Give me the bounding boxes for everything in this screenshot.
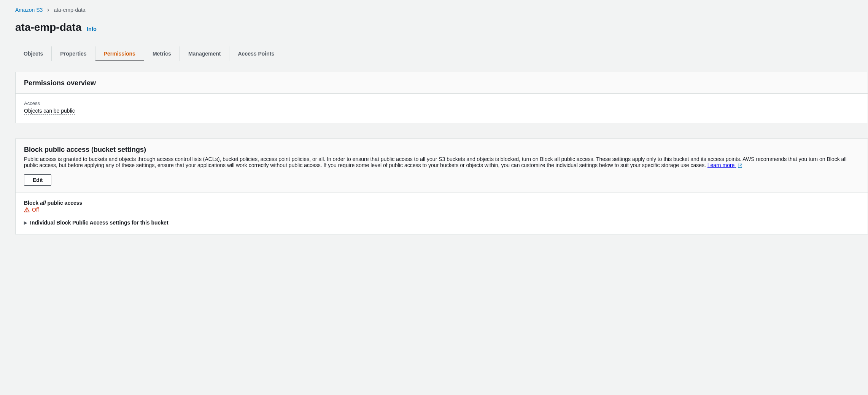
breadcrumb: Amazon S3 ata-emp-data bbox=[15, 7, 868, 13]
block-all-prefix: Block bbox=[24, 200, 40, 206]
tab-permissions[interactable]: Permissions bbox=[95, 46, 144, 61]
triangle-right-icon: ▶ bbox=[24, 220, 27, 225]
breadcrumb-current: ata-emp-data bbox=[54, 7, 85, 13]
block-all-em: all bbox=[40, 200, 46, 206]
tab-management[interactable]: Management bbox=[180, 46, 230, 61]
block-public-body: Block all public access Off ▶ Individual… bbox=[16, 193, 868, 234]
tab-objects[interactable]: Objects bbox=[15, 46, 52, 61]
individual-settings-label: Individual Block Public Access settings … bbox=[30, 220, 169, 226]
block-all-status: Off bbox=[24, 207, 859, 213]
tabs-bar: Objects Properties Permissions Metrics M… bbox=[15, 46, 868, 61]
permissions-overview-panel: Permissions overview Access Objects can … bbox=[15, 72, 868, 123]
block-public-access-panel: Block public access (bucket settings) Pu… bbox=[15, 139, 868, 234]
edit-button[interactable]: Edit bbox=[24, 174, 51, 186]
permissions-overview-body: Access Objects can be public bbox=[16, 94, 868, 123]
external-link-icon bbox=[738, 163, 742, 168]
info-link[interactable]: Info bbox=[87, 26, 97, 32]
learn-more-link[interactable]: Learn more bbox=[707, 162, 742, 168]
tab-metrics[interactable]: Metrics bbox=[144, 46, 180, 61]
warning-icon bbox=[24, 207, 30, 213]
tab-properties[interactable]: Properties bbox=[52, 46, 95, 61]
page-title: ata-emp-data bbox=[15, 21, 81, 33]
block-public-description: Public access is granted to buckets and … bbox=[24, 156, 859, 168]
breadcrumb-root-link[interactable]: Amazon S3 bbox=[15, 7, 43, 13]
page-title-row: ata-emp-data Info bbox=[15, 21, 868, 33]
block-public-header: Block public access (bucket settings) Pu… bbox=[16, 139, 868, 193]
block-all-suffix: public access bbox=[46, 200, 83, 206]
svg-point-1 bbox=[27, 211, 27, 211]
tab-access-points[interactable]: Access Points bbox=[229, 46, 283, 61]
chevron-right-icon bbox=[46, 7, 50, 13]
permissions-overview-heading: Permissions overview bbox=[24, 79, 859, 87]
block-all-status-text: Off bbox=[32, 207, 39, 213]
individual-settings-expander[interactable]: ▶ Individual Block Public Access setting… bbox=[24, 220, 859, 226]
access-value: Objects can be public bbox=[24, 108, 75, 115]
block-public-heading: Block public access (bucket settings) bbox=[24, 146, 859, 154]
learn-more-label: Learn more bbox=[707, 162, 735, 168]
access-label: Access bbox=[24, 100, 859, 106]
block-all-public-access-label: Block all public access bbox=[24, 200, 859, 206]
permissions-overview-header: Permissions overview bbox=[16, 72, 868, 94]
